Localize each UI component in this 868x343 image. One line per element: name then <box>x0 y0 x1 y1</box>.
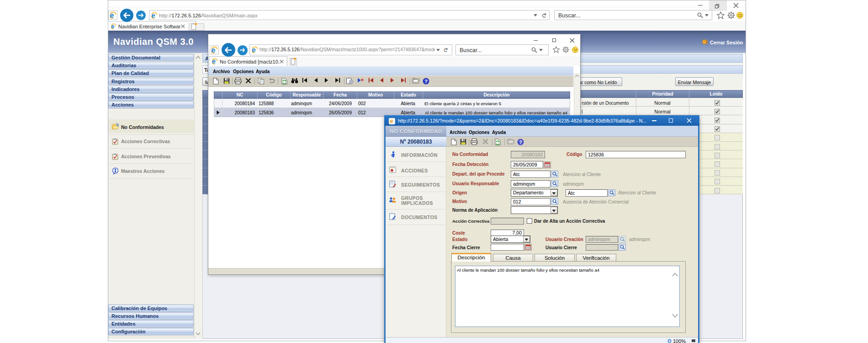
svg-text:?: ? <box>519 139 522 145</box>
svg-text:?: ? <box>424 79 428 84</box>
